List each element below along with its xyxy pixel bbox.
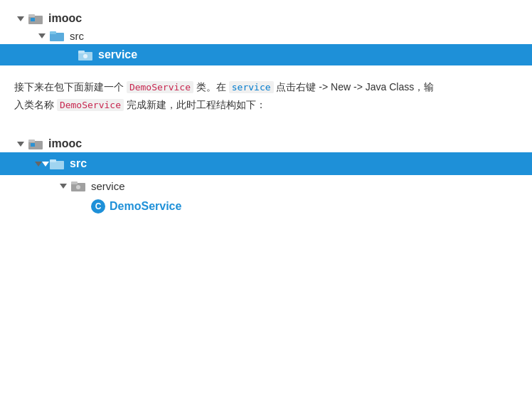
chevron-imooc-1 bbox=[14, 12, 27, 25]
chevron-src-1 bbox=[36, 29, 48, 42]
tree-item-src-1: src bbox=[14, 27, 518, 44]
desc-text-4: 入类名称 bbox=[14, 99, 57, 110]
desc-text-5: 完成新建，此时工程结构如下： bbox=[124, 99, 266, 110]
chevron-service-2 bbox=[57, 179, 70, 192]
tree-item-imooc-1: imooc bbox=[14, 10, 518, 27]
desc-code-demoservice-1: DemoService bbox=[127, 81, 193, 93]
imooc-label-2: imooc bbox=[48, 137, 82, 150]
tree-item-service-2: service bbox=[14, 175, 518, 196]
tree-item-service-1-highlighted: service bbox=[0, 44, 532, 65]
desc-text-3: 点击右键 -> New -> Java Class，输 bbox=[274, 81, 435, 93]
folder-icon-src-2 bbox=[50, 157, 65, 170]
svg-rect-6 bbox=[78, 51, 85, 53]
desc-code-demoservice-2: DemoService bbox=[57, 99, 124, 111]
folder-icon-imooc-2 bbox=[28, 137, 44, 150]
folder-icon-service-1 bbox=[78, 48, 94, 61]
imooc-label-1: imooc bbox=[48, 12, 82, 25]
demoservice-label: DemoService bbox=[110, 200, 181, 213]
folder-icon-imooc-1 bbox=[28, 12, 44, 25]
svg-rect-14 bbox=[71, 181, 78, 184]
tree-item-demoservice: C DemoService bbox=[14, 196, 518, 216]
desc-text-1: 接下来在包下面新建一个 bbox=[14, 81, 127, 93]
class-icon-demoservice: C bbox=[91, 199, 105, 214]
tree-section-2: imooc src service C DemoService bbox=[0, 132, 532, 219]
service-label-2: service bbox=[91, 180, 125, 192]
tree-item-imooc-2: imooc bbox=[14, 135, 518, 152]
svg-rect-1 bbox=[28, 14, 35, 17]
src-label-2: src bbox=[70, 157, 87, 170]
svg-point-7 bbox=[83, 54, 87, 58]
svg-rect-2 bbox=[31, 18, 35, 21]
chevron-imooc-2 bbox=[14, 137, 27, 150]
chevron-src-2 bbox=[36, 157, 48, 170]
desc-code-service: service bbox=[229, 81, 274, 93]
svg-rect-12 bbox=[50, 159, 56, 162]
desc-text-2: 类。在 bbox=[193, 81, 229, 93]
tree-section-1: imooc src service bbox=[0, 7, 532, 68]
folder-icon-src-1 bbox=[50, 29, 65, 42]
tree-item-src-2-highlighted: src bbox=[0, 152, 532, 175]
folder-icon-service-2 bbox=[71, 179, 87, 192]
svg-point-15 bbox=[76, 185, 80, 189]
svg-rect-10 bbox=[31, 143, 35, 147]
src-label-1: src bbox=[70, 30, 84, 42]
svg-rect-9 bbox=[28, 140, 35, 142]
description-block: 接下来在包下面新建一个 DemoService 类。在 service 点击右键… bbox=[0, 68, 532, 124]
chevron-service-1 bbox=[64, 48, 77, 61]
service-label-1: service bbox=[98, 48, 137, 61]
svg-rect-4 bbox=[50, 31, 56, 34]
